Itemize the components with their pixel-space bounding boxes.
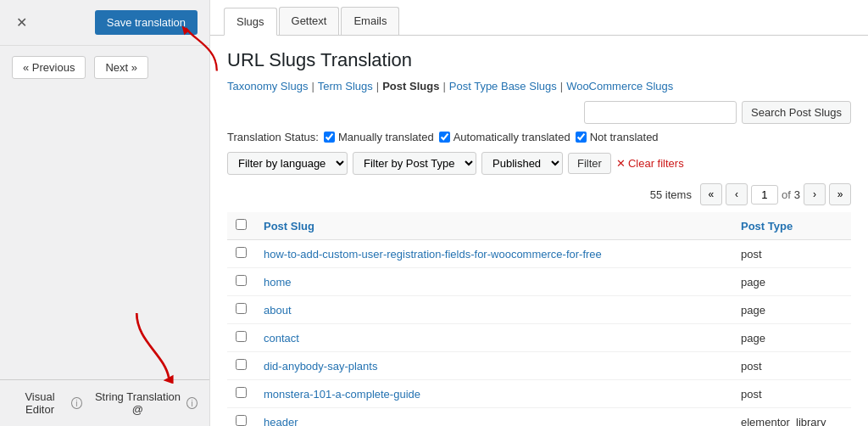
visual-editor-label: Visual Editor xyxy=(12,390,68,416)
row-checkbox[interactable] xyxy=(236,387,247,398)
row-checkbox-cell xyxy=(227,352,255,380)
string-translation-button[interactable]: String Translation @ i xyxy=(92,390,198,416)
row-post-type-cell: page xyxy=(732,268,851,296)
post-type-filter[interactable]: Filter by Post Type xyxy=(353,152,476,175)
main-content: Slugs Gettext Emails URL Slugs Translati… xyxy=(210,0,868,426)
table-row: header elementor_library xyxy=(227,408,851,427)
page-title: URL Slugs Translation xyxy=(227,49,851,71)
filters-row: Translation Status: Manually translated … xyxy=(227,131,851,143)
tab-emails[interactable]: Emails xyxy=(341,7,399,35)
table-row: home page xyxy=(227,268,851,296)
string-translation-info-icon[interactable]: i xyxy=(186,397,198,409)
clear-filters-button[interactable]: ✕ Clear filters xyxy=(616,157,684,170)
svg-marker-0 xyxy=(182,25,190,35)
row-post-type-cell: post xyxy=(732,352,851,380)
row-post-type-cell: page xyxy=(732,296,851,324)
row-slug-cell: about xyxy=(255,296,732,324)
clear-filters-label: Clear filters xyxy=(628,157,684,170)
row-slug-cell: header xyxy=(255,408,732,427)
arrow-down-decoration xyxy=(123,307,178,384)
sidebar: ✕ Save translation « Previous Next » Vis… xyxy=(0,0,210,426)
manually-translated-filter[interactable]: Manually translated xyxy=(324,131,434,143)
slug-link[interactable]: did-anybody-say-plants xyxy=(264,360,377,373)
status-filter[interactable]: Published Draft All xyxy=(481,152,563,175)
search-input[interactable] xyxy=(584,101,737,124)
apply-filter-button[interactable]: Filter xyxy=(568,153,611,174)
row-slug-cell: how-to-add-custom-user-registration-fiel… xyxy=(255,240,732,268)
of-text: of xyxy=(782,188,791,201)
row-checkbox[interactable] xyxy=(236,359,247,370)
row-checkbox-cell xyxy=(227,268,255,296)
slug-link[interactable]: header xyxy=(264,416,298,427)
not-translated-filter[interactable]: Not translated xyxy=(576,131,659,143)
visual-editor-button[interactable]: Visual Editor i xyxy=(12,390,82,416)
col-header-check xyxy=(227,212,255,240)
sub-nav: Taxonomy Slugs | Term Slugs | Post Slugs… xyxy=(227,80,851,92)
row-checkbox-cell xyxy=(227,240,255,268)
row-checkbox-cell xyxy=(227,408,255,427)
row-slug-cell: home xyxy=(255,268,732,296)
arrow-up-decoration xyxy=(178,24,225,79)
tab-slugs[interactable]: Slugs xyxy=(224,8,277,36)
sub-nav-taxonomy-slugs[interactable]: Taxonomy Slugs xyxy=(227,80,308,92)
sub-nav-woocommerce-slugs[interactable]: WooCommerce Slugs xyxy=(566,80,673,92)
col-header-post-slug: Post Slug xyxy=(255,212,732,240)
next-button[interactable]: Next » xyxy=(94,56,148,79)
string-translation-label: String Translation @ xyxy=(92,390,183,416)
row-slug-cell: monstera-101-a-complete-guide xyxy=(255,380,732,408)
slug-link[interactable]: how-to-add-custom-user-registration-fiel… xyxy=(264,248,602,261)
translation-status-label: Translation Status: xyxy=(227,131,319,143)
slug-link[interactable]: home xyxy=(264,276,292,289)
next-page-button[interactable]: › xyxy=(804,183,826,205)
row-checkbox[interactable] xyxy=(236,331,247,342)
search-row: Search Post Slugs xyxy=(227,101,851,124)
page-number-input[interactable] xyxy=(751,185,778,205)
row-checkbox[interactable] xyxy=(236,275,247,286)
slug-link[interactable]: contact xyxy=(264,332,299,345)
last-page-button[interactable]: » xyxy=(829,183,851,205)
row-post-type-cell: page xyxy=(732,324,851,352)
total-pages: 3 xyxy=(794,188,800,201)
row-slug-cell: did-anybody-say-plants xyxy=(255,352,732,380)
slug-link[interactable]: monstera-101-a-complete-guide xyxy=(264,388,420,401)
slugs-table: Post Slug Post Type how-to-add-custom-us… xyxy=(227,212,851,426)
row-slug-cell: contact xyxy=(255,324,732,352)
total-items: 55 items xyxy=(650,188,692,201)
visual-editor-info-icon[interactable]: i xyxy=(71,397,82,409)
row-checkbox[interactable] xyxy=(236,247,247,258)
row-checkbox[interactable] xyxy=(236,303,247,314)
sub-nav-term-slugs[interactable]: Term Slugs xyxy=(318,80,373,92)
sidebar-footer: Visual Editor i String Translation @ i xyxy=(0,379,209,426)
col-header-post-type: Post Type xyxy=(732,212,851,240)
row-post-type-cell: post xyxy=(732,240,851,268)
clear-x-icon: ✕ xyxy=(616,157,626,170)
content-area: URL Slugs Translation Taxonomy Slugs | T… xyxy=(210,36,868,426)
previous-button[interactable]: « Previous xyxy=(12,56,86,79)
prev-page-button[interactable]: ‹ xyxy=(726,183,748,205)
select-all-checkbox[interactable] xyxy=(236,219,247,230)
table-row: monstera-101-a-complete-guide post xyxy=(227,380,851,408)
row-checkbox-cell xyxy=(227,296,255,324)
row-post-type-cell: post xyxy=(732,380,851,408)
pagination-row: 55 items « ‹ of 3 › » xyxy=(227,183,851,205)
sub-nav-post-type-base-slugs[interactable]: Post Type Base Slugs xyxy=(449,80,557,92)
table-row: did-anybody-say-plants post xyxy=(227,352,851,380)
first-page-button[interactable]: « xyxy=(700,183,722,205)
row-post-type-cell: elementor_library xyxy=(732,408,851,427)
table-header-row: Post Slug Post Type xyxy=(227,212,851,240)
table-row: contact page xyxy=(227,324,851,352)
row-checkbox-cell xyxy=(227,380,255,408)
search-post-slugs-button[interactable]: Search Post Slugs xyxy=(742,101,851,124)
automatically-translated-filter[interactable]: Automatically translated xyxy=(439,131,570,143)
sub-nav-post-slugs[interactable]: Post Slugs xyxy=(382,80,439,92)
tab-gettext[interactable]: Gettext xyxy=(279,7,340,35)
close-button[interactable]: ✕ xyxy=(12,13,31,32)
second-filters-row: Filter by language Filter by Post Type P… xyxy=(227,152,851,175)
row-checkbox[interactable] xyxy=(236,415,247,426)
slug-link[interactable]: about xyxy=(264,304,292,317)
table-row: how-to-add-custom-user-registration-fiel… xyxy=(227,240,851,268)
table-row: about page xyxy=(227,296,851,324)
language-filter[interactable]: Filter by language xyxy=(227,152,348,175)
tabs-bar: Slugs Gettext Emails xyxy=(210,0,868,36)
row-checkbox-cell xyxy=(227,324,255,352)
